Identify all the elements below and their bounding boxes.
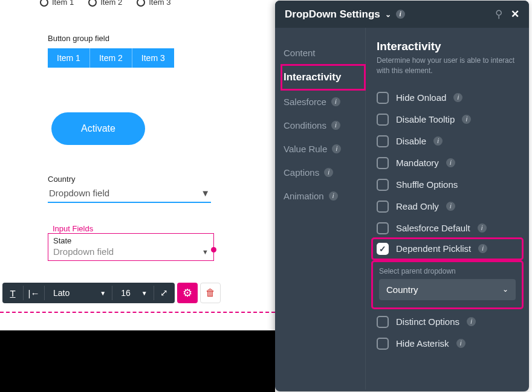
nav-animation[interactable]: Animationi [284, 184, 365, 208]
option-label: Dependent Picklist [396, 243, 471, 254]
nav-label: Value Rule [284, 144, 327, 154]
checkbox-icon [377, 179, 389, 191]
country-dropdown-value: Dropdown field [49, 188, 109, 198]
nav-content[interactable]: Content [284, 41, 365, 65]
button-group-label: Button group field [48, 34, 109, 43]
info-icon: i [329, 191, 338, 201]
button-group-item-3[interactable]: Item 3 [132, 48, 174, 68]
chevron-down-icon[interactable]: ⌄ [385, 10, 391, 19]
radio-icon [137, 0, 145, 7]
close-icon[interactable]: ✕ [511, 8, 519, 21]
underline-icon[interactable]: T [2, 283, 23, 303]
font-select[interactable]: Lato▼ [45, 288, 112, 298]
option-salesforce-default[interactable]: Salesforce Defaulti [377, 217, 518, 239]
option-label: Hide Asterisk [396, 338, 449, 349]
nav-value-rule[interactable]: Value Rulei [284, 137, 365, 161]
option-hide-onload[interactable]: Hide Onloadi [377, 87, 518, 109]
option-label: Mandatory [396, 158, 439, 168]
option-dependent-picklist[interactable]: ✓Dependent Picklisti [373, 239, 522, 259]
selection-handle[interactable] [211, 247, 216, 252]
pin-icon[interactable]: ⚲ [495, 8, 502, 21]
info-icon[interactable]: i [456, 339, 465, 348]
nav-salesforce[interactable]: Salesforcei [284, 90, 365, 114]
option-disable-tooltip[interactable]: Disable Tooltipi [377, 109, 518, 130]
radio-item-1[interactable]: Item 1 [40, 0, 74, 7]
activate-button[interactable]: Activate [51, 112, 145, 145]
radio-item-2[interactable]: Item 2 [88, 0, 122, 7]
button-group: Item 1 Item 2 Item 3 [48, 48, 174, 68]
panel-nav: Content Interactivity Salesforcei Condit… [275, 28, 366, 390]
radio-icon [40, 0, 48, 7]
nav-label: Conditions [284, 120, 326, 130]
info-icon[interactable]: i [478, 223, 487, 233]
font-size-value: 16 [121, 288, 131, 298]
option-disable[interactable]: Disablei [377, 130, 518, 152]
option-label: Disable [396, 136, 426, 146]
nav-label: Content [284, 48, 316, 58]
country-dropdown[interactable]: Dropdown field ▼ [48, 185, 211, 203]
checkbox-icon [377, 114, 389, 126]
parent-dropdown-label: Select parent dropdown [379, 267, 516, 275]
input-fields-selection[interactable]: Input Fields State Dropdown field ▼ [48, 224, 214, 261]
radio-label: Item 2 [100, 0, 122, 7]
nav-captions[interactable]: Captionsi [284, 161, 365, 184]
settings-panel: DropDown Settings ⌄ i ⚲ ✕ Content Intera… [275, 1, 529, 391]
delete-button[interactable]: 🗑 [200, 283, 221, 303]
info-icon: i [332, 144, 341, 153]
option-mandatory[interactable]: Mandatoryi [377, 152, 518, 174]
nav-label: Captions [284, 167, 319, 178]
parent-dropdown-value: Country [386, 284, 418, 295]
chevron-down-icon: ▼ [100, 290, 106, 297]
chevron-down-icon: ▼ [141, 290, 148, 297]
info-icon: i [331, 97, 340, 106]
nav-conditions[interactable]: Conditionsi [284, 114, 365, 137]
font-size-select[interactable]: 16▼ [112, 288, 153, 298]
checkbox-icon [377, 201, 389, 213]
radio-icon [88, 0, 97, 7]
nav-label: Salesforce [284, 97, 326, 107]
option-label: Hide Onload [396, 92, 446, 103]
nav-interactivity[interactable]: Interactivity [281, 65, 365, 90]
panel-content: Interactivity Determine how your user is… [366, 28, 529, 390]
option-shuffle[interactable]: Shuffle Options [377, 174, 518, 196]
checkbox-icon [377, 316, 389, 328]
chevron-down-icon: ▼ [202, 248, 209, 255]
checkbox-icon [377, 222, 389, 234]
checkbox-icon [377, 135, 389, 147]
button-group-item-1[interactable]: Item 1 [48, 48, 90, 68]
info-icon: i [324, 168, 333, 177]
info-icon[interactable]: i [467, 317, 476, 326]
checkbox-icon [377, 338, 389, 350]
option-distinct[interactable]: Distinct Optionsi [377, 311, 518, 333]
option-read-only[interactable]: Read Onlyi [377, 196, 518, 217]
option-label: Distinct Options [396, 316, 459, 327]
option-label: Salesforce Default [396, 223, 470, 233]
button-group-item-2[interactable]: Item 2 [90, 48, 132, 68]
state-dropdown-value: Dropdown field [53, 246, 114, 257]
parent-dropdown-select[interactable]: Country ⌄ [379, 279, 516, 300]
radio-item-3[interactable]: Item 3 [137, 0, 170, 7]
expand-icon[interactable]: ⤢ [154, 283, 175, 303]
input-fields-label: Input Fields [53, 224, 214, 233]
info-icon[interactable]: i [396, 10, 405, 19]
settings-button[interactable]: ⚙ [177, 283, 198, 303]
checkbox-checked-icon: ✓ [377, 243, 389, 255]
country-label: Country [48, 175, 76, 184]
info-icon[interactable]: i [433, 137, 443, 146]
info-icon[interactable]: i [446, 202, 455, 211]
info-icon[interactable]: i [478, 244, 487, 253]
info-icon[interactable]: i [462, 115, 471, 124]
option-hide-asterisk[interactable]: Hide Asteriski [377, 333, 518, 355]
info-icon: i [331, 121, 340, 130]
align-left-icon[interactable]: |← [24, 283, 44, 303]
format-toolbar: T |← Lato▼ 16▼ ⤢ ⚙ 🗑 [2, 283, 221, 303]
state-dropdown[interactable]: Dropdown field ▼ [48, 245, 213, 260]
section-divider [0, 312, 275, 313]
info-icon[interactable]: i [446, 158, 455, 167]
nav-label: Interactivity [284, 71, 341, 83]
info-icon[interactable]: i [453, 93, 462, 102]
chevron-down-icon: ⌄ [502, 285, 508, 294]
checkbox-icon [377, 92, 389, 104]
panel-header: DropDown Settings ⌄ i ⚲ ✕ [275, 1, 529, 28]
radio-label: Item 1 [52, 0, 74, 7]
